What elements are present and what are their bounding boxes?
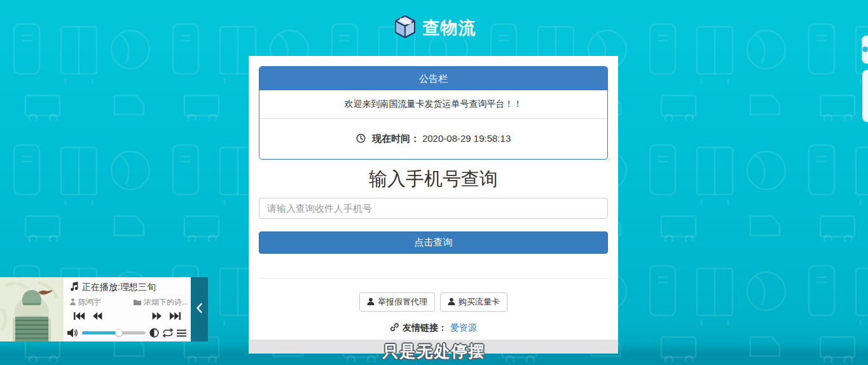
report-fake-agent-label: 举报假冒代理 — [378, 296, 427, 308]
friend-link-aiziyuan[interactable]: 爱资源 — [450, 322, 477, 334]
announcement-panel: 公告栏 欢迎来到南国流量卡发货运单号查询平台！！ 现在时间：2020-08-29… — [259, 66, 608, 160]
track-meta-row: 陈鸿宇 浓烟下的诗... — [70, 297, 188, 308]
album-name: 浓烟下的诗... — [144, 297, 188, 308]
edge-widget-dot — [862, 46, 868, 52]
folder-icon — [134, 298, 141, 307]
music-note-icon — [70, 282, 79, 293]
parcel-box-icon — [392, 14, 418, 42]
link-icon — [390, 322, 399, 334]
now-playing-row: 正在播放:理想三旬 — [70, 282, 156, 293]
clock-icon — [356, 133, 368, 144]
progress-bar[interactable] — [82, 331, 146, 334]
edge-floating-button-bottom[interactable] — [862, 70, 868, 122]
album-item: 浓烟下的诗... — [134, 297, 188, 308]
announcement-welcome: 欢迎来到南国流量卡发货运单号查询平台！！ — [259, 90, 607, 119]
query-heading: 输入手机号查询 — [249, 167, 618, 192]
player-progress-thumb[interactable] — [115, 329, 123, 336]
divider — [259, 278, 608, 279]
volume-icon[interactable] — [67, 328, 78, 338]
announcement-time-row: 现在时间：2020-08-29 19:58:13 — [259, 119, 607, 159]
time-label: 现在时间： — [372, 133, 420, 144]
album-art — [0, 277, 64, 341]
logo-text: 查物流 — [423, 17, 476, 39]
artist-icon — [70, 298, 76, 307]
page: 查物流 公告栏 欢迎来到南国流量卡发货运单号查询平台！！ 现在时间：2020-0… — [0, 0, 868, 365]
artist-item: 陈鸿宇 — [70, 297, 101, 308]
phone-input[interactable] — [259, 198, 608, 219]
friend-links-label: 友情链接： — [403, 322, 447, 334]
edge-floating-button-top[interactable] — [862, 36, 868, 64]
action-buttons-row: 举报假冒代理 购买流量卡 — [249, 293, 618, 312]
query-button[interactable]: 点击查询 — [259, 231, 608, 254]
buy-data-card-label: 购买流量卡 — [458, 296, 500, 308]
time-value: 2020-08-29 19:58:13 — [422, 133, 511, 144]
playback-controls — [72, 312, 182, 320]
player-progress-fill — [82, 331, 119, 334]
prev-track-icon[interactable] — [72, 312, 85, 320]
theme-toggle-icon[interactable] — [149, 328, 159, 338]
friend-links-row: 友情链接： 爱资源 — [249, 322, 618, 334]
report-fake-agent-button[interactable]: 举报假冒代理 — [359, 293, 435, 312]
player-collapse-tab[interactable] — [191, 277, 208, 341]
loop-icon[interactable] — [163, 328, 173, 338]
rewind-icon[interactable] — [92, 312, 102, 320]
player-bottom-row — [67, 328, 188, 338]
site-logo: 查物流 — [0, 14, 868, 42]
lyric-line: 只是无处停摆 — [0, 341, 868, 362]
user-icon — [367, 298, 375, 307]
next-track-icon[interactable] — [170, 312, 182, 320]
now-playing-text: 正在播放:理想三旬 — [82, 282, 156, 293]
buy-data-card-button[interactable]: 购买流量卡 — [440, 293, 507, 312]
player-panel: 正在播放:理想三旬 陈鸿宇 — [64, 277, 191, 341]
announcement-title: 公告栏 — [259, 67, 607, 90]
playlist-menu-icon[interactable] — [177, 329, 186, 337]
main-card: 公告栏 欢迎来到南国流量卡发货运单号查询平台！！ 现在时间：2020-08-29… — [249, 56, 618, 340]
chevron-left-icon — [196, 303, 203, 316]
artist-name: 陈鸿宇 — [78, 297, 101, 308]
fast-forward-icon[interactable] — [152, 312, 162, 320]
user-icon — [448, 298, 455, 307]
